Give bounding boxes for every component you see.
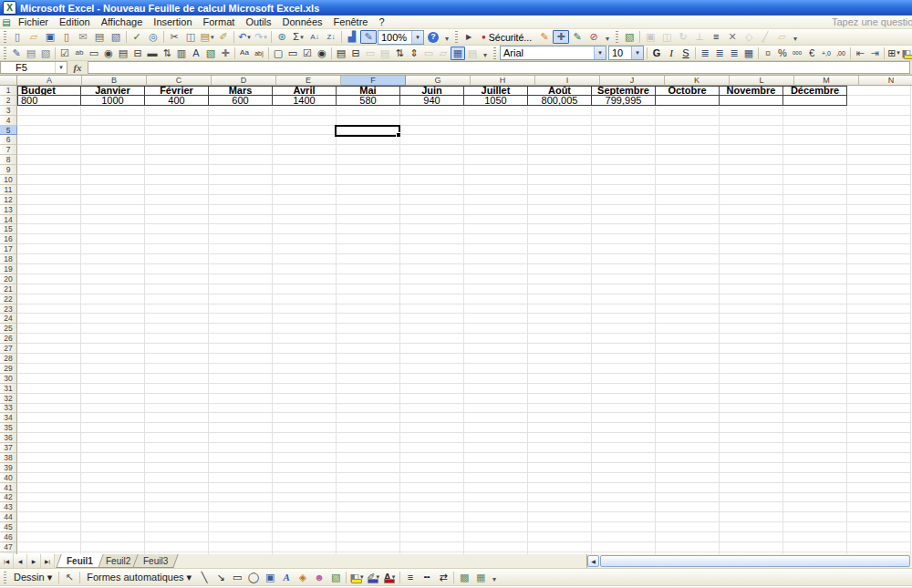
cell-J39[interactable]	[592, 463, 656, 473]
cell-A5[interactable]	[17, 126, 81, 136]
cell-A39[interactable]	[17, 463, 81, 473]
cell-K16[interactable]	[656, 234, 720, 244]
forms-disabled-5[interactable]: ▤	[465, 46, 480, 60]
cell-F1[interactable]: Mai	[337, 86, 400, 96]
cell-L20[interactable]	[720, 274, 783, 284]
select-objects-button[interactable]: ↖	[61, 571, 78, 584]
cell-B11[interactable]	[81, 185, 145, 195]
cell-G4[interactable]	[400, 116, 464, 126]
cell-I18[interactable]	[528, 254, 592, 264]
cell-D6[interactable]	[209, 135, 273, 145]
cell-L48[interactable]	[720, 552, 783, 554]
cell-D18[interactable]	[209, 254, 273, 264]
cell-G5[interactable]	[400, 126, 464, 136]
cell-G47[interactable]	[400, 542, 464, 552]
cell-B31[interactable]	[81, 384, 145, 394]
row-header-14[interactable]: 14	[0, 215, 17, 225]
cell-C5[interactable]	[145, 126, 209, 136]
cell-H8[interactable]	[464, 155, 528, 165]
column-header-N[interactable]: N	[859, 76, 912, 86]
cell-H18[interactable]	[464, 254, 528, 264]
cell-M34[interactable]	[783, 413, 847, 423]
last-sheet-button[interactable]: ▶|	[41, 554, 55, 568]
cell-H35[interactable]	[464, 423, 528, 433]
toolbar-drag-handle[interactable]	[4, 47, 6, 59]
row-header-23[interactable]: 23	[0, 304, 17, 315]
cell-B8[interactable]	[81, 155, 145, 165]
forms-groupbox-button[interactable]: ▢	[271, 46, 285, 60]
cell-N1[interactable]	[847, 86, 911, 96]
scroll-left-arrow-icon[interactable]: ◀	[587, 555, 599, 567]
cell-N15[interactable]	[847, 224, 911, 234]
cell-D34[interactable]	[209, 413, 273, 423]
format-painter-button[interactable]: ✐	[215, 30, 232, 44]
cell-K13[interactable]	[656, 205, 720, 215]
cell-I28[interactable]	[528, 354, 592, 364]
cell-L7[interactable]	[720, 145, 783, 155]
row-header-29[interactable]: 29	[0, 364, 17, 374]
cell-C33[interactable]	[145, 404, 209, 414]
column-header-M[interactable]: M	[794, 76, 859, 86]
cell-E17[interactable]	[273, 244, 337, 254]
cell-C14[interactable]	[145, 215, 209, 225]
cell-E21[interactable]	[273, 284, 337, 294]
more-controls-button[interactable]: ✚	[218, 46, 233, 60]
cell-G23[interactable]	[400, 304, 464, 315]
increase-decimal-button[interactable]: +,0	[819, 46, 834, 60]
cell-C21[interactable]	[145, 284, 209, 294]
cell-B15[interactable]	[81, 224, 145, 234]
cell-N47[interactable]	[847, 542, 911, 552]
cell-N41[interactable]	[847, 483, 911, 493]
cell-G24[interactable]	[400, 314, 464, 324]
cell-B32[interactable]	[81, 394, 145, 404]
cell-F38[interactable]	[337, 453, 400, 463]
row-header-36[interactable]: 36	[0, 433, 17, 443]
cell-I7[interactable]	[528, 145, 592, 155]
cell-E3[interactable]	[273, 106, 337, 116]
row-header-7[interactable]: 7	[0, 145, 17, 155]
cell-D39[interactable]	[209, 463, 273, 473]
cell-A16[interactable]	[17, 234, 81, 244]
cell-N8[interactable]	[847, 155, 911, 165]
cell-K14[interactable]	[656, 215, 720, 225]
row-header-25[interactable]: 25	[0, 324, 17, 334]
spelling-button[interactable]: ✓	[129, 30, 145, 44]
row-header-40[interactable]: 40	[0, 473, 17, 483]
cell-I23[interactable]	[528, 304, 592, 315]
underline-button[interactable]: S	[679, 46, 693, 60]
forms-editbox-button[interactable]: ab|	[252, 46, 266, 60]
cell-N44[interactable]	[847, 512, 911, 522]
cell-A44[interactable]	[17, 512, 81, 522]
cell-L42[interactable]	[720, 493, 783, 503]
cell-E13[interactable]	[273, 205, 337, 215]
dropdown-arrow-icon[interactable]: ▾	[594, 46, 606, 59]
cell-G33[interactable]	[400, 404, 464, 414]
cell-F48[interactable]	[337, 552, 400, 554]
cell-I9[interactable]	[528, 165, 592, 175]
cell-C7[interactable]	[145, 145, 209, 155]
cell-G11[interactable]	[400, 185, 464, 195]
cell-M16[interactable]	[783, 234, 847, 244]
cell-D41[interactable]	[209, 483, 273, 493]
cell-I32[interactable]	[528, 394, 592, 404]
cell-I35[interactable]	[528, 423, 592, 433]
cell-F21[interactable]	[337, 284, 400, 294]
forms-combobox-button[interactable]: ⊟	[348, 46, 363, 60]
cell-F27[interactable]	[337, 344, 400, 354]
cell-C11[interactable]	[145, 185, 209, 195]
cell-G32[interactable]	[400, 394, 464, 404]
cell-A43[interactable]	[17, 502, 81, 512]
cell-F34[interactable]	[337, 413, 400, 423]
cell-H7[interactable]	[464, 145, 528, 155]
cell-C32[interactable]	[145, 394, 209, 404]
cell-E42[interactable]	[273, 493, 337, 503]
cell-I33[interactable]	[528, 404, 592, 414]
column-header-F[interactable]: F	[341, 76, 406, 86]
cell-B27[interactable]	[81, 344, 145, 354]
togglebutton-control-button[interactable]: ▬	[145, 46, 160, 60]
cell-D25[interactable]	[209, 324, 273, 334]
cell-E36[interactable]	[273, 433, 337, 443]
cell-L19[interactable]	[720, 264, 783, 274]
shape-fill-color-button[interactable]: ◧▾	[348, 571, 365, 584]
cell-L37[interactable]	[720, 443, 783, 453]
